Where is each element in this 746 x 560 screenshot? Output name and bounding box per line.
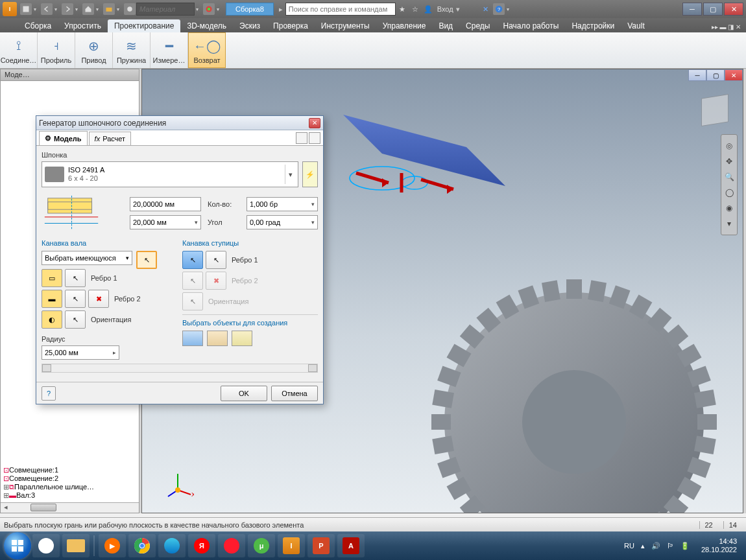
taskbar-explorer-icon[interactable] [62,534,90,557]
dropdown-icon[interactable]: ▾ [311,219,315,226]
shaft-profile3-button[interactable]: ◐ [42,310,62,329]
key-standard-select[interactable]: ISO 2491 A 6 x 4 - 20 ▾ [42,161,298,187]
taskbar-inventor-icon[interactable]: I [278,534,305,557]
pick-cursor-button[interactable]: ↖ [136,251,157,269]
tray-arrow-icon[interactable]: ▴ [641,542,645,550]
taskbar-chrome-icon[interactable] [128,534,156,557]
minimize-button[interactable]: ─ [682,3,702,16]
shaft-profile2-button[interactable]: ▬ [42,290,62,308]
steering-wheel-icon[interactable]: ◎ [722,139,736,153]
pick-orient-button[interactable]: ↖ [65,310,86,329]
start-button[interactable] [4,532,31,559]
create-obj2-button[interactable] [207,331,228,346]
viewport-close-button[interactable]: ✕ [725,69,743,81]
angle-field[interactable]: 0,00 град▾ [247,215,318,229]
shaft-select-dropdown[interactable]: Выбрать имеющуюся▾ [42,251,132,265]
taskbar-edge-icon[interactable] [158,534,186,557]
ok-button[interactable]: OK [221,386,267,401]
dropdown-icon[interactable]: ▾ [285,165,295,184]
ribbon-cmd-measure[interactable]: ━Измере… [150,32,188,68]
zoom-icon[interactable]: 🔍 [722,170,736,184]
taskbar-yandex-icon[interactable]: Я [188,534,215,557]
scroll-left-icon[interactable]: ◂ [1,503,11,513]
scroll-left-icon[interactable] [42,364,51,372]
orbit-icon[interactable]: ◯ [722,185,736,200]
qat-open-icon[interactable] [103,3,115,15]
dialog-option2-button[interactable] [309,132,320,144]
look-icon[interactable]: ◉ [722,201,736,215]
ribbon-tab-11[interactable]: Надстройки [565,19,621,32]
ribbon-expand-icon[interactable]: ▸▸ ▬ ◨ ✕ [706,21,746,32]
ribbon-cmd-spring[interactable]: ≋Пружина [113,32,150,68]
tray-network-icon[interactable]: 🔊 [651,542,660,550]
dialog-scrollbar[interactable] [42,364,318,373]
length-dropdown[interactable]: 20,000 мм▾ [130,215,201,229]
qat-dropdown-icon[interactable]: ▾ [34,6,39,12]
pick-edge1-button[interactable]: ↖ [65,269,86,287]
nav-dropdown-icon[interactable]: ▾ [722,216,736,231]
tray-clock[interactable]: 14:43 28.10.2022 [696,537,742,554]
close-button[interactable]: ✕ [724,3,743,16]
dialog-titlebar[interactable]: Генератор шпоночного соединения ✕ [36,116,323,130]
tree-node[interactable]: ⊞▬Вал:3 [3,491,136,500]
qat-dropdown-icon[interactable]: ▾ [117,6,122,12]
browser-scrollbar[interactable]: ◂ [1,502,139,513]
ribbon-cmd-return[interactable]: ←◯Возврат [188,32,226,68]
ribbon-tab-3[interactable]: 3D-модель [180,19,233,32]
view-cube[interactable] [701,94,728,126]
user-icon[interactable]: 👤 [422,3,434,15]
arrow-icon[interactable]: ▸ [113,349,116,356]
ribbon-tab-7[interactable]: Управление [376,19,433,32]
pick-edge2-button[interactable]: ↖ [65,290,86,308]
ribbon-tab-4[interactable]: Эскиз [233,19,267,32]
star-icon[interactable]: ★ [396,3,408,15]
tray-lang[interactable]: RU [624,542,634,550]
taskbar-powerpoint-icon[interactable]: P [307,534,335,557]
ribbon-tab-12[interactable]: Vault [621,19,651,32]
ribbon-tab-2[interactable]: Проектирование [108,19,181,32]
qat-undo-icon[interactable] [41,3,53,15]
ribbon-tab-9[interactable]: Среды [459,19,496,32]
ribbon-tab-5[interactable]: Проверка [267,19,315,32]
qat-home-icon[interactable] [82,3,94,15]
create-obj3-button[interactable] [232,331,252,346]
ribbon-tab-1[interactable]: Упростить [58,19,108,32]
scroll-thumb[interactable] [30,504,56,511]
dropdown-icon[interactable]: ▾ [195,219,198,226]
qat-dropdown-icon[interactable]: ▾ [75,6,80,12]
dialog-option1-button[interactable] [296,132,307,144]
cancel-button[interactable]: Отмена [271,386,318,401]
signin-link[interactable]: Вход [435,5,456,13]
appearance-dropdown-icon[interactable]: ▾ [217,6,222,12]
create-obj1-button[interactable] [182,331,203,346]
taskbar-browser-icon[interactable] [32,534,60,557]
tray-flag-icon[interactable]: 🏳 [667,542,674,550]
dialog-tab-calc[interactable]: fx Расчет [89,132,132,145]
viewport-minimize-button[interactable]: ─ [688,69,706,81]
appearance-icon[interactable] [203,3,215,15]
qat-save-icon[interactable] [20,3,32,15]
delete-edge2-button[interactable]: ✖ [88,290,109,308]
dialog-help-button[interactable]: ? [42,386,56,401]
qat-dropdown-icon[interactable]: ▾ [54,6,60,12]
ribbon-cmd-driver[interactable]: ⊕Привод [75,32,113,68]
material-field[interactable] [136,3,195,16]
qat-dropdown-icon[interactable]: ▾ [96,6,101,12]
qty-field[interactable]: 1,000 бр▾ [247,197,318,211]
scroll-right-icon[interactable] [308,364,317,372]
ribbon-tab-6[interactable]: Инструменты [315,19,376,32]
help-search-field[interactable] [285,3,396,16]
dialog-tab-model[interactable]: ⚙ Модель [39,131,88,145]
hub-pick1-button[interactable]: ↖ [182,251,203,269]
ribbon-tab-0[interactable]: Сборка [18,19,58,32]
ribbon-tab-8[interactable]: Вид [432,19,459,32]
dialog-close-button[interactable]: ✕ [309,118,320,128]
taskbar-media-icon[interactable]: ▶ [99,534,126,557]
shaft-profile1-button[interactable]: ▭ [42,269,62,287]
hub-pick-edge1-button[interactable]: ↖ [206,251,226,269]
dropdown-icon[interactable]: ▾ [456,5,460,14]
qat-options-icon[interactable] [124,3,136,15]
ribbon-cmd-joint[interactable]: ⟟Соедине… [0,32,38,68]
taskbar-opera-icon[interactable] [218,534,245,557]
tray-battery-icon[interactable]: 🔋 [680,542,690,550]
